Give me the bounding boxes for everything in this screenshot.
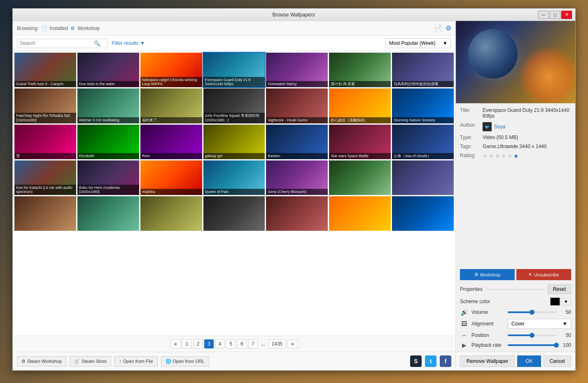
thumbnail-item-3[interactable]: Everspace Guard Duty 21:9 3440x1440 60fp… bbox=[203, 53, 265, 87]
thumbnail-item-33[interactable] bbox=[329, 196, 391, 231]
position-fill bbox=[508, 334, 532, 336]
page-btn-5[interactable]: 5 bbox=[226, 339, 236, 348]
color-dropdown-button[interactable]: ▼ bbox=[561, 298, 571, 305]
thumbnail-item-31[interactable] bbox=[203, 196, 265, 231]
volume-fill bbox=[508, 311, 532, 313]
playback-thumb[interactable] bbox=[554, 343, 559, 348]
thumbnail-item-24[interactable]: Queen of Pain bbox=[203, 160, 265, 195]
thumbnail-bg-32 bbox=[266, 196, 328, 231]
star-1[interactable]: ★ bbox=[483, 153, 488, 159]
star-4[interactable]: ★ bbox=[501, 153, 506, 159]
thumbnail-item-13[interactable]: Stunning Nature Scenery bbox=[392, 88, 454, 123]
reset-button[interactable]: Reset bbox=[548, 284, 571, 294]
thumbnail-item-2[interactable]: Nekopara catgirl Chocola winking Loop 60… bbox=[140, 53, 202, 87]
playback-slider[interactable] bbox=[508, 344, 556, 346]
thumbnail-item-1[interactable]: Dva rests in the water bbox=[77, 53, 139, 87]
thumbnail-item-6[interactable]: 鸟风和利沙间年龄的别进哦 bbox=[392, 53, 454, 87]
thumbnail-item-7[interactable]: Fate/Stay Night Rin Tohsaka №2 [1920x108… bbox=[14, 88, 76, 123]
ok-button[interactable]: OK bbox=[517, 355, 541, 367]
thumbnail-item-14[interactable]: 雪 bbox=[14, 125, 76, 159]
left-panel: Browsing: 📄 Installed ⚙ Workshop 📄 ⚙ 🔍 bbox=[13, 21, 456, 370]
alignment-dropdown[interactable]: Cover ▼ bbox=[508, 319, 571, 329]
thumbnail-item-32[interactable] bbox=[266, 196, 328, 231]
page-btn-2[interactable]: 2 bbox=[193, 339, 203, 348]
thumbnail-item-21[interactable]: Koe No Katachi (Lit.Var with audio spect… bbox=[14, 160, 76, 195]
pagination: « 1 2 3 4 5 6 7 ... 1435 » bbox=[13, 336, 455, 352]
next-page-button[interactable]: » bbox=[287, 339, 298, 348]
position-slider[interactable] bbox=[508, 334, 556, 336]
page-btn-last[interactable]: 1435 bbox=[268, 339, 286, 348]
author-row: Author: 🐦 Soya bbox=[460, 122, 571, 131]
page-btn-7[interactable]: 7 bbox=[248, 339, 258, 348]
thumbnail-item-0[interactable]: Grand Theft Auto 5 - Canyon bbox=[14, 53, 76, 87]
position-thumb[interactable] bbox=[530, 333, 534, 338]
prev-page-button[interactable]: « bbox=[170, 339, 181, 348]
thumbnail-bg-27 bbox=[392, 160, 454, 195]
star-2[interactable]: ★ bbox=[489, 153, 494, 159]
volume-slider[interactable] bbox=[508, 311, 556, 313]
thumbnail-label-5: 源计划·风·亚索 bbox=[329, 81, 391, 87]
close-button[interactable]: ✕ bbox=[561, 11, 572, 19]
thumbnail-label-18: Bastion bbox=[266, 153, 328, 159]
author-link[interactable]: Soya bbox=[494, 124, 505, 130]
volume-thumb[interactable] bbox=[530, 310, 534, 315]
cancel-button[interactable]: Cancel bbox=[544, 355, 571, 367]
maximize-button[interactable]: □ bbox=[550, 11, 560, 19]
thumbnail-item-19[interactable]: Star wars Space Battle bbox=[329, 125, 391, 159]
filter-button[interactable]: Filter results ▼ bbox=[112, 40, 145, 46]
new-wallpaper-icon[interactable]: 📄 bbox=[434, 24, 442, 32]
thumbnail-item-17[interactable]: galway girl bbox=[203, 125, 265, 159]
properties-title: Properties bbox=[460, 286, 483, 292]
page-btn-1[interactable]: 1 bbox=[182, 339, 192, 348]
page-btn-6[interactable]: 6 bbox=[237, 339, 247, 348]
steam-workshop-label: Steam Workshop bbox=[27, 359, 62, 364]
thumbnail-item-16[interactable]: Rem bbox=[140, 125, 202, 159]
author-avatar: 🐦 bbox=[483, 122, 492, 131]
scheme-color-label: Scheme color bbox=[460, 299, 493, 304]
thumbnail-item-34[interactable] bbox=[392, 196, 454, 231]
thumbnail-item-29[interactable] bbox=[77, 196, 139, 231]
thumbnail-item-23[interactable]: madoka bbox=[140, 160, 202, 195]
thumbnail-item-18[interactable]: Bastion bbox=[266, 125, 328, 159]
steam-social-button[interactable]: S bbox=[410, 355, 422, 367]
thumbnail-item-10[interactable]: Girls Frontline Squad 带系统时间 (1920x1080..… bbox=[203, 88, 265, 123]
search-input[interactable] bbox=[20, 40, 94, 46]
installed-link[interactable]: Installed bbox=[50, 26, 68, 31]
sort-dropdown[interactable]: Most Popular (Week) ▼ bbox=[385, 38, 451, 48]
thumbnail-item-11[interactable]: Nightcore - Houki Gumo bbox=[266, 88, 328, 123]
star-fav[interactable]: ★ bbox=[513, 153, 519, 159]
color-swatch[interactable] bbox=[550, 297, 560, 306]
filter-label: Filter results bbox=[112, 40, 138, 46]
open-url-button[interactable]: 🌐 Open from URL bbox=[161, 356, 209, 367]
minimize-button[interactable]: ─ bbox=[538, 11, 549, 19]
page-btn-4[interactable]: 4 bbox=[215, 339, 225, 348]
thumbnail-item-4[interactable]: Overwatch Mercy bbox=[266, 53, 328, 87]
star-5[interactable]: ★ bbox=[507, 153, 513, 159]
thumbnail-item-25[interactable]: Genji (Cherry Blossom) bbox=[266, 160, 328, 195]
thumbnail-item-22[interactable]: Boku No Hero Academia [1920x1080] bbox=[77, 160, 139, 195]
thumbnail-item-8[interactable]: Witcher 3 Ciri meditating bbox=[77, 88, 139, 123]
steam-store-button[interactable]: 🛒 Steam Store bbox=[70, 356, 111, 367]
workshop-button[interactable]: ⚙ Workshop bbox=[460, 269, 515, 280]
facebook-button[interactable]: f bbox=[440, 355, 451, 367]
star-3[interactable]: ★ bbox=[495, 153, 500, 159]
thumbnail-item-9[interactable]: 福利来了… bbox=[140, 88, 202, 123]
thumbnail-item-26[interactable] bbox=[329, 160, 391, 195]
thumbnail-item-30[interactable] bbox=[140, 196, 202, 231]
unsubscribe-button[interactable]: ✕ Unsubscribe bbox=[516, 269, 571, 280]
thumbnail-item-15[interactable]: Elizabeth bbox=[77, 125, 139, 159]
thumbnail-item-28[interactable] bbox=[14, 196, 76, 231]
thumbnail-item-27[interactable] bbox=[392, 160, 454, 195]
settings-icon[interactable]: ⚙ bbox=[446, 24, 451, 32]
steam-workshop-button[interactable]: ⚙ Steam Workshop bbox=[17, 356, 66, 367]
thumbnail-item-20[interactable]: 云海（Sea of clouds） bbox=[392, 125, 454, 159]
remove-wallpaper-button[interactable]: Remove Wallpaper bbox=[460, 355, 515, 367]
thumbnail-label-12: 抄心故好（清幽探岗） bbox=[329, 117, 391, 123]
thumbnail-item-12[interactable]: 抄心故好（清幽探岗） bbox=[329, 88, 391, 123]
search-icon[interactable]: 🔍 bbox=[94, 40, 100, 46]
workshop-link[interactable]: Workshop bbox=[77, 26, 100, 31]
thumbnail-item-5[interactable]: 源计划·风·亚索 bbox=[329, 53, 391, 87]
open-file-button[interactable]: ↑ Open from File bbox=[114, 356, 157, 367]
twitter-button[interactable]: t bbox=[425, 355, 436, 367]
page-btn-3[interactable]: 3 bbox=[204, 339, 214, 348]
